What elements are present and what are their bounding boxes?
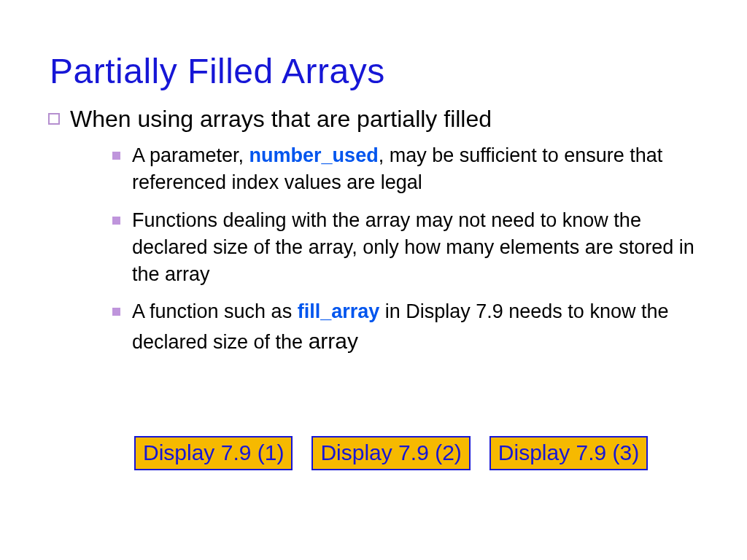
slide: Partially Filled Arrays When using array… — [0, 0, 747, 560]
hollow-square-icon — [48, 113, 60, 125]
sub-bullet-text: A function such as fill_array in Display… — [132, 298, 703, 356]
filled-square-icon — [112, 217, 120, 225]
filled-square-icon — [112, 308, 120, 316]
emphasis-word: array — [309, 329, 358, 353]
sub-bullet-text: A parameter, number_used, may be suffici… — [132, 142, 703, 197]
display-7-9-2-button[interactable]: Display 7.9 (2) — [311, 436, 470, 470]
sub-bullet: A parameter, number_used, may be suffici… — [112, 142, 703, 197]
sub-bullet: A function such as fill_array in Display… — [112, 298, 703, 356]
display-7-9-1-button[interactable]: Display 7.9 (1) — [134, 436, 293, 470]
sub-bullet: Functions dealing with the array may not… — [112, 207, 703, 289]
top-bullet: When using arrays that are partially fil… — [48, 104, 703, 133]
text-fragment: A function such as — [132, 300, 298, 322]
text-fragment: A parameter, — [132, 144, 249, 166]
sub-bullet-list: A parameter, number_used, may be suffici… — [112, 142, 703, 356]
slide-title: Partially Filled Arrays — [50, 51, 703, 91]
filled-square-icon — [112, 152, 120, 160]
display-buttons-row: Display 7.9 (1) Display 7.9 (2) Display … — [134, 436, 648, 470]
top-bullet-text: When using arrays that are partially fil… — [70, 104, 492, 133]
display-7-9-3-button[interactable]: Display 7.9 (3) — [489, 436, 648, 470]
highlight-term: fill_array — [298, 300, 380, 322]
highlight-term: number_used — [249, 144, 379, 166]
sub-bullet-text: Functions dealing with the array may not… — [132, 207, 703, 289]
